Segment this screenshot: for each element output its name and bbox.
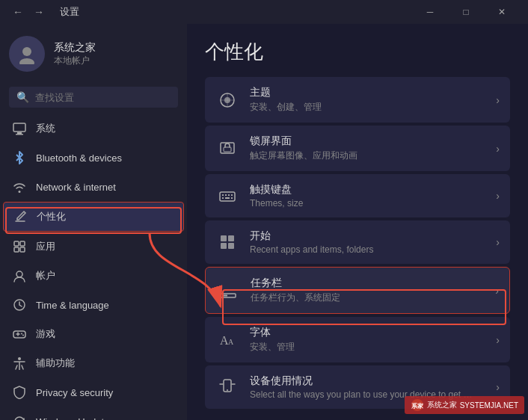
svg-point-0 <box>22 47 31 56</box>
theme-text: 主题 安装、创建、管理 <box>250 86 485 114</box>
sidebar-label-personalization: 个性化 <box>37 210 66 223</box>
title-bar: ← → 设置 ─ □ ✕ <box>0 0 528 24</box>
sidebar: 系统之家 本地帐户 🔍 <box>0 24 187 420</box>
nav-controls: ← → <box>9 3 48 21</box>
theme-title: 主题 <box>250 86 485 99</box>
lockscreen-chevron: › <box>496 143 500 155</box>
svg-rect-5 <box>14 241 19 246</box>
sidebar-item-gaming[interactable]: 游戏 <box>3 320 184 348</box>
font-title: 字体 <box>250 326 485 339</box>
svg-point-12 <box>21 333 22 335</box>
right-panel: 个性化 主题 安装、创建、管理 › <box>187 24 528 420</box>
setting-start[interactable]: 开始 Recent apps and items, folders › <box>205 220 510 264</box>
sidebar-item-personalization[interactable]: 个性化 <box>3 202 184 232</box>
sidebar-item-accounts[interactable]: 帐户 <box>3 262 184 290</box>
svg-rect-6 <box>20 241 25 246</box>
apps-icon <box>12 239 27 254</box>
accounts-icon <box>12 268 27 283</box>
svg-point-9 <box>16 271 22 277</box>
svg-rect-7 <box>14 247 19 252</box>
search-box[interactable]: 🔍 <box>9 87 178 108</box>
sidebar-label-accounts: 帐户 <box>36 269 55 282</box>
svg-rect-8 <box>20 247 25 252</box>
touchkeyboard-desc: Themes, size <box>250 198 485 209</box>
user-name: 系统之家 <box>54 41 96 55</box>
sidebar-item-time[interactable]: Time & language <box>3 291 184 319</box>
setting-font[interactable]: A A 字体 安装、管理 › <box>205 317 510 362</box>
page-title: 个性化 <box>205 39 510 65</box>
svg-rect-2 <box>13 123 25 132</box>
svg-rect-22 <box>231 194 233 196</box>
font-icon: A A <box>215 328 239 352</box>
start-text: 开始 Recent apps and items, folders <box>250 229 485 255</box>
svg-rect-31 <box>223 294 227 296</box>
main-content: 系统之家 本地帐户 🔍 <box>0 24 528 420</box>
lockscreen-icon <box>215 137 239 161</box>
device-usage-icon <box>215 375 239 399</box>
search-input[interactable] <box>35 92 171 103</box>
lockscreen-text: 锁屏界面 触定屏幕图像、应用和动画 <box>250 135 485 162</box>
svg-rect-20 <box>225 194 227 196</box>
close-button[interactable]: ✕ <box>485 0 519 24</box>
minimize-button[interactable]: ─ <box>413 0 447 24</box>
svg-rect-3 <box>17 132 22 134</box>
svg-rect-24 <box>225 197 230 199</box>
theme-chevron: › <box>496 94 500 106</box>
svg-rect-21 <box>228 194 230 196</box>
watermark: 系家 系统之家 SYSTEMJIA.NET <box>405 396 524 414</box>
svg-rect-23 <box>222 197 224 199</box>
font-desc: 安装、管理 <box>250 341 485 353</box>
start-title: 开始 <box>250 229 485 243</box>
nav-list: 系统 Bluetooth & devices <box>0 114 187 420</box>
gaming-icon <box>12 327 27 342</box>
lockscreen-desc: 触定屏幕图像、应用和动画 <box>250 149 485 162</box>
svg-point-13 <box>22 335 24 336</box>
sidebar-item-windows-update[interactable]: Windows Update <box>3 407 184 420</box>
sidebar-item-accessibility[interactable]: 辅助功能 <box>3 349 184 377</box>
keyboard-icon <box>215 184 239 208</box>
watermark-url: SYSTEMJIA.NET <box>460 401 518 410</box>
svg-rect-19 <box>222 194 224 196</box>
user-profile[interactable]: 系统之家 本地帐户 <box>0 24 187 84</box>
sidebar-label-windows-update: Windows Update <box>36 416 109 421</box>
start-chevron: › <box>496 236 500 248</box>
window-controls: ─ □ ✕ <box>413 0 519 24</box>
forward-button[interactable]: → <box>30 3 48 21</box>
window-title: 设置 <box>60 5 79 19</box>
sidebar-item-bluetooth[interactable]: Bluetooth & devices <box>3 143 184 172</box>
setting-lockscreen[interactable]: 锁屏界面 触定屏幕图像、应用和动画 › <box>205 126 510 171</box>
time-icon <box>12 297 27 312</box>
sidebar-label-system: 系统 <box>36 122 55 135</box>
font-chevron: › <box>496 334 500 346</box>
theme-icon <box>215 88 239 112</box>
device-usage-title: 设备使用情况 <box>250 374 485 388</box>
sidebar-label-bluetooth: Bluetooth & devices <box>36 152 122 164</box>
svg-point-35 <box>227 389 228 391</box>
privacy-icon <box>12 385 27 400</box>
back-button[interactable]: ← <box>9 3 27 21</box>
maximize-button[interactable]: □ <box>449 0 483 24</box>
svg-rect-4 <box>16 134 23 135</box>
setting-taskbar[interactable]: 任务栏 任务栏行为、系统固定 › <box>205 267 510 314</box>
sidebar-item-privacy[interactable]: Privacy & security <box>3 378 184 407</box>
start-desc: Recent apps and items, folders <box>250 244 485 255</box>
setting-touchkeyboard[interactable]: 触摸键盘 Themes, size › <box>205 174 510 217</box>
sidebar-item-network[interactable]: Network & internet <box>3 173 184 201</box>
sidebar-label-privacy: Privacy & security <box>36 387 113 398</box>
taskbar-desc: 任务栏行为、系统固定 <box>251 291 485 304</box>
sidebar-label-gaming: 游戏 <box>36 327 55 341</box>
avatar <box>9 36 45 72</box>
setting-theme[interactable]: 主题 安装、创建、管理 › <box>205 77 510 123</box>
sidebar-item-apps[interactable]: 应用 <box>3 232 184 261</box>
touchkeyboard-chevron: › <box>496 190 500 202</box>
svg-text:A: A <box>228 338 234 346</box>
sidebar-item-system[interactable]: 系统 <box>3 114 184 143</box>
accessibility-icon <box>12 356 27 371</box>
system-icon <box>12 121 27 136</box>
user-info: 系统之家 本地帐户 <box>54 41 96 67</box>
svg-rect-27 <box>228 235 234 241</box>
title-bar-left: ← → 设置 <box>9 3 79 21</box>
bluetooth-icon <box>12 150 27 165</box>
watermark-logo: 系家 <box>411 398 424 412</box>
svg-rect-25 <box>231 197 233 199</box>
